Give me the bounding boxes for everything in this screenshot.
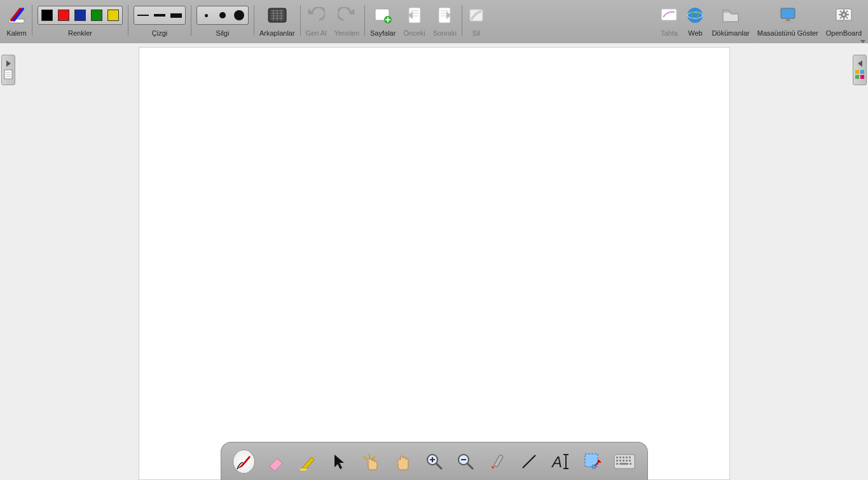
new-page-icon (373, 7, 392, 24)
capture-icon (583, 452, 602, 471)
svg-rect-66 (616, 456, 618, 458)
svg-rect-71 (616, 460, 618, 462)
canvas-page[interactable] (139, 47, 730, 480)
show-desktop-button[interactable]: Masaüstünü Göster (754, 3, 822, 42)
svg-rect-25 (783, 21, 792, 23)
svg-line-50 (436, 463, 441, 469)
left-panel-toggle[interactable] (1, 55, 15, 85)
pages-button[interactable]: Sayfalar (366, 3, 399, 42)
dock-line-tool[interactable] (518, 449, 541, 474)
svg-point-57 (492, 466, 494, 469)
board-icon (659, 7, 679, 24)
web-view-button[interactable]: Web (682, 3, 708, 42)
dock-keyboard-tool[interactable] (613, 449, 636, 474)
next-page-button[interactable]: Sonraki (429, 3, 460, 42)
dock-eraser-tool[interactable] (264, 449, 287, 474)
zoom-in-icon (425, 452, 444, 471)
next-label: Sonraki (433, 29, 457, 37)
line-med[interactable] (152, 8, 167, 23)
globe-icon (686, 6, 704, 24)
line-width-row (134, 6, 186, 25)
svg-rect-41 (855, 70, 859, 74)
line-width-group: Çizgi (130, 3, 189, 42)
color-swatch-green[interactable] (89, 8, 104, 23)
eraser-small[interactable] (198, 8, 214, 23)
color-swatch-blue[interactable] (72, 8, 88, 23)
prev-page-button[interactable]: Önceki (399, 3, 429, 42)
pen-icon (234, 452, 253, 471)
pen-tool[interactable]: Kalem (3, 3, 31, 42)
color-swatch-yellow[interactable] (106, 8, 121, 23)
backgrounds-icon (267, 7, 287, 24)
color-swatch-red[interactable] (56, 8, 71, 23)
eraser-size-group: Silgi (193, 3, 252, 42)
line-thin[interactable] (135, 8, 151, 23)
dock-selector-tool[interactable] (327, 449, 350, 474)
dock-zoom-out-tool[interactable] (454, 449, 477, 474)
separator (364, 5, 365, 36)
board-label: Tahta (661, 29, 678, 37)
eraser-large[interactable] (231, 8, 247, 23)
separator (191, 5, 191, 36)
prev-label: Önceki (403, 29, 425, 37)
prev-page-icon (406, 6, 423, 24)
redo-label: Yeniden (334, 29, 359, 37)
delete-button[interactable]: Sil (464, 3, 489, 42)
svg-rect-67 (619, 456, 621, 458)
line-thick[interactable] (169, 8, 184, 23)
svg-line-34 (846, 11, 848, 12)
colors-label: Renkler (68, 29, 92, 37)
workspace (0, 43, 868, 480)
dock-highlighter-tool[interactable] (296, 449, 319, 474)
separator (32, 5, 32, 36)
stylus-icon (6, 5, 27, 25)
dock-capture-tool[interactable] (581, 449, 604, 474)
documents-label: Dökümanlar (712, 29, 749, 37)
backgrounds-button[interactable]: Arkaplanlar (256, 3, 299, 42)
eraser-size-row (196, 6, 249, 25)
dock-zoom-in-tool[interactable] (423, 449, 446, 474)
library-icon (855, 69, 865, 79)
hand-icon (393, 452, 412, 471)
dock-hand-tool[interactable] (391, 449, 414, 474)
clear-icon (467, 7, 485, 24)
redo-button[interactable]: Yeniden (331, 3, 363, 42)
right-panel-toggle[interactable] (853, 55, 867, 85)
svg-rect-56 (494, 454, 504, 467)
text-icon: A (551, 452, 571, 471)
pages-label: Sayfalar (370, 29, 396, 37)
board-view-button[interactable]: Tahta (656, 3, 682, 42)
dock-laser-tool[interactable] (486, 449, 509, 474)
toolbar-overflow-dropdown[interactable] (859, 36, 867, 42)
undo-button[interactable]: Geri Al (302, 3, 331, 42)
dock-text-tool[interactable]: A (549, 449, 572, 474)
chevron-right-icon (6, 60, 11, 67)
svg-line-46 (364, 457, 367, 460)
eraser-label: Silgi (216, 29, 230, 37)
cursor-arrow-icon (331, 452, 347, 471)
dock-interact-tool[interactable] (359, 449, 382, 474)
line-label: Çizgi (152, 29, 167, 37)
undo-label: Geri Al (306, 29, 327, 37)
eraser-med[interactable] (215, 8, 230, 23)
keyboard-icon (614, 454, 635, 469)
svg-line-35 (840, 17, 841, 18)
documents-view-button[interactable]: Dökümanlar (708, 3, 753, 42)
dock-pen-tool[interactable] (233, 449, 256, 474)
svg-rect-73 (623, 460, 624, 462)
laser-icon (488, 452, 507, 471)
svg-rect-78 (630, 463, 631, 465)
color-swatch-black[interactable] (39, 8, 55, 23)
separator (254, 5, 254, 36)
svg-rect-23 (781, 8, 795, 18)
svg-rect-69 (626, 456, 628, 458)
svg-line-58 (523, 455, 535, 468)
next-page-icon (436, 6, 453, 24)
svg-line-32 (840, 11, 841, 12)
web-label: Web (688, 29, 702, 37)
separator (128, 5, 128, 36)
svg-rect-76 (616, 463, 618, 465)
delete-label: Sil (472, 29, 480, 37)
svg-rect-43 (855, 75, 859, 79)
redo-icon (338, 7, 355, 24)
